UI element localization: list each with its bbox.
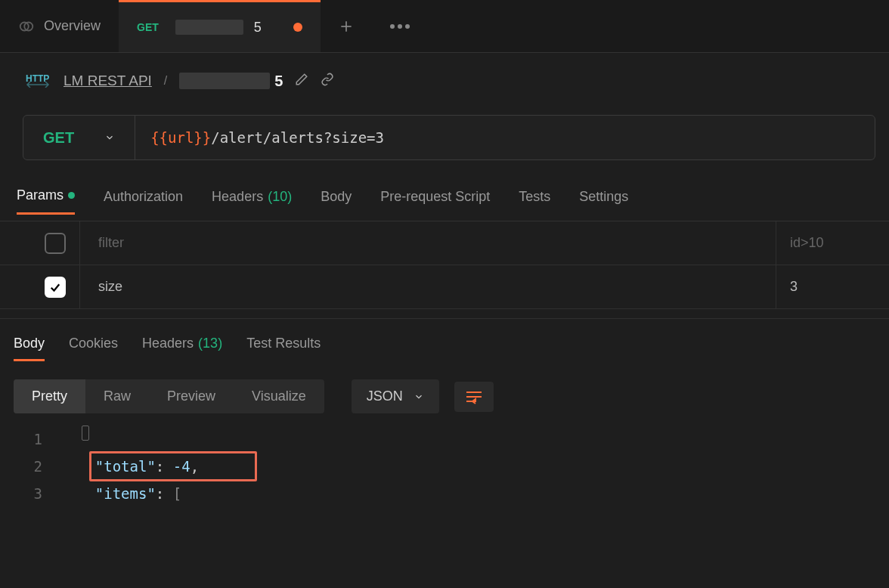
fold-gutter-mark[interactable] — [82, 426, 89, 441]
param-value-input[interactable]: id>10 — [776, 221, 889, 265]
tab-overview-label: Overview — [44, 18, 101, 34]
method-select[interactable]: GET — [23, 116, 135, 159]
method-select-value: GET — [43, 129, 74, 147]
new-tab-button[interactable] — [321, 0, 372, 52]
tab-settings[interactable]: Settings — [579, 187, 628, 215]
resp-tab-body[interactable]: Body — [14, 336, 45, 361]
line-number: 3 — [0, 480, 60, 507]
param-row: filter id>10 — [0, 221, 889, 265]
view-tab-visualize[interactable]: Visualize — [234, 379, 324, 413]
tab-authorization[interactable]: Authorization — [104, 187, 183, 215]
view-tab-raw[interactable]: Raw — [85, 379, 149, 413]
resp-tab-headers[interactable]: Headers (13) — [142, 336, 222, 361]
svg-point-4 — [390, 24, 395, 29]
ellipsis-icon — [390, 24, 410, 29]
breadcrumb-workspace[interactable]: LM REST API — [64, 73, 152, 89]
plus-icon — [339, 19, 354, 34]
more-tabs-button[interactable] — [372, 0, 428, 52]
view-options-row: Pretty Raw Preview Visualize JSON — [0, 361, 889, 421]
tab-prerequest[interactable]: Pre-request Script — [380, 187, 490, 215]
format-select[interactable]: JSON — [352, 379, 439, 413]
check-icon — [48, 280, 62, 294]
param-key-input[interactable]: filter — [79, 221, 776, 265]
wrap-icon — [465, 389, 483, 404]
edit-name-button[interactable] — [295, 73, 308, 89]
tab-body[interactable]: Body — [321, 187, 352, 215]
params-table: filter id>10 size 3 — [0, 221, 889, 309]
view-mode-tabs: Pretty Raw Preview Visualize — [14, 379, 324, 413]
breadcrumb: HTTP LM REST API / 5 — [0, 53, 889, 98]
line-number: 2 — [0, 453, 60, 480]
format-select-value: JSON — [367, 388, 403, 404]
link-icon — [321, 73, 334, 86]
overview-icon — [18, 18, 35, 35]
copy-link-button[interactable] — [321, 73, 334, 89]
param-row: size 3 — [0, 265, 889, 309]
url-input[interactable]: {{url}}/alert/alerts?size=3 — [135, 116, 875, 159]
url-bar: GET {{url}}/alert/alerts?size=3 — [23, 115, 875, 160]
resp-tab-test-results[interactable]: Test Results — [246, 336, 321, 361]
svg-point-6 — [405, 24, 410, 29]
response-section: Body Cookies Headers (13) Test Results P… — [0, 318, 889, 507]
wrap-lines-button[interactable] — [454, 382, 494, 412]
code-text: "items": [ — [60, 480, 181, 507]
chevron-down-icon — [414, 391, 424, 402]
params-active-dot — [68, 192, 75, 199]
tab-tests[interactable]: Tests — [519, 187, 550, 215]
chevron-down-icon — [104, 132, 115, 143]
breadcrumb-separator: / — [164, 74, 167, 88]
param-key-input[interactable]: size — [79, 265, 776, 308]
tab-active-request[interactable]: GET 5 — [119, 0, 321, 52]
line-number: 1 — [0, 426, 60, 453]
view-tab-preview[interactable]: Preview — [149, 379, 234, 413]
response-tab-bar: Body Cookies Headers (13) Test Results — [0, 330, 889, 361]
code-text: "total": -4, — [60, 453, 199, 480]
tab-params[interactable]: Params — [17, 187, 75, 215]
url-variable: {{url}} — [150, 129, 211, 146]
request-tab-bar: Params Authorization Headers (10) Body P… — [0, 160, 889, 215]
redacted-tab-name — [175, 20, 243, 35]
http-badge-icon: HTTP — [26, 71, 51, 91]
breadcrumb-request-name: 5 — [179, 73, 283, 90]
response-body-code[interactable]: 1 2 "total": -4, 3 "items": [ — [0, 421, 889, 507]
param-value-input[interactable]: 3 — [776, 265, 889, 308]
tab-overview[interactable]: Overview — [0, 0, 119, 52]
param-checkbox[interactable] — [45, 277, 66, 298]
top-tab-bar: Overview GET 5 — [0, 0, 889, 53]
breadcrumb-suffix: 5 — [274, 73, 283, 90]
param-checkbox[interactable] — [45, 233, 66, 254]
url-path: /alert/alerts?size=3 — [211, 129, 384, 146]
pencil-icon — [295, 73, 308, 86]
modified-indicator-dot — [293, 23, 302, 32]
tab-suffix: 5 — [254, 20, 262, 36]
resp-tab-cookies[interactable]: Cookies — [69, 336, 118, 361]
redacted-request-name — [179, 73, 270, 89]
tab-method-badge: GET — [137, 21, 159, 33]
tab-headers[interactable]: Headers (10) — [212, 187, 292, 215]
view-tab-pretty[interactable]: Pretty — [14, 379, 85, 413]
svg-point-5 — [398, 24, 402, 29]
